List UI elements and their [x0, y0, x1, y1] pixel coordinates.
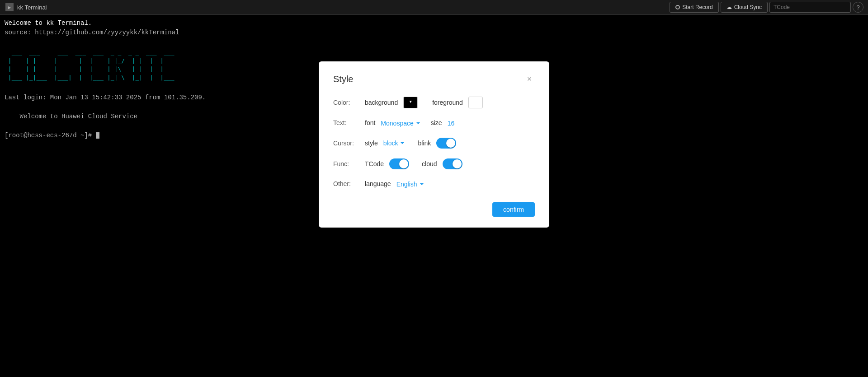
tcode-func-label: TCode — [365, 159, 384, 169]
modal-overlay: Style × Color: background ▼ foreground — [0, 30, 868, 377]
swatch-chevron: ▼ — [409, 99, 411, 106]
logo-icon: ▶ — [8, 5, 11, 10]
func-row-content: TCode cloud — [365, 158, 535, 169]
font-label: font — [365, 118, 375, 128]
language-value: English — [396, 181, 417, 188]
color-row-label: Color: — [333, 98, 365, 107]
text-row-label: Text: — [333, 118, 365, 128]
cloud-func-label: cloud — [422, 159, 437, 169]
cloud-icon: ☁ — [726, 4, 732, 10]
help-button[interactable]: ? — [853, 2, 863, 13]
background-label: background — [365, 98, 398, 107]
foreground-color-swatch[interactable] — [468, 97, 483, 108]
language-dropdown[interactable]: English — [396, 181, 425, 188]
font-dropdown[interactable]: Monospace — [381, 120, 420, 127]
cursor-style-value: block — [383, 140, 398, 147]
tcode-input[interactable] — [769, 2, 851, 13]
cloud-sync-button[interactable]: ☁ Cloud Sync — [721, 2, 768, 13]
start-record-button[interactable]: Start Record — [670, 2, 718, 13]
chevron-down-icon — [419, 182, 425, 187]
chevron-down-icon — [415, 121, 421, 126]
size-dropdown[interactable]: 16 — [448, 120, 457, 127]
style-dialog: Style × Color: background ▼ foreground — [319, 61, 549, 228]
func-row: Func: TCode cloud — [333, 158, 535, 169]
color-row-content: background ▼ foreground — [365, 97, 535, 108]
help-icon: ? — [856, 4, 859, 11]
func-row-label: Func: — [333, 159, 365, 169]
cloud-toggle[interactable] — [443, 158, 462, 169]
style-label: style — [365, 139, 378, 148]
app-title: kk Terminal — [17, 4, 47, 11]
cursor-row: Cursor: style block blink — [333, 138, 535, 149]
size-value: 16 — [448, 120, 455, 127]
cloud-sync-label: Cloud Sync — [734, 4, 762, 10]
background-color-swatch[interactable]: ▼ — [403, 97, 418, 108]
chevron-down-icon — [400, 140, 405, 146]
color-row: Color: background ▼ foreground — [333, 97, 535, 108]
other-row-label: Other: — [333, 179, 365, 189]
font-value: Monospace — [381, 120, 413, 127]
tcode-toggle[interactable] — [389, 158, 409, 169]
cursor-row-label: Cursor: — [333, 139, 365, 148]
dialog-header: Style × — [333, 72, 535, 86]
size-label: size — [431, 118, 442, 128]
foreground-label: foreground — [432, 98, 463, 107]
other-row-content: language English — [365, 179, 535, 189]
close-icon: × — [527, 74, 532, 84]
blink-toggle[interactable] — [436, 138, 456, 149]
titlebar-actions: Start Record ☁ Cloud Sync ? — [670, 0, 863, 14]
blink-label: blink — [418, 139, 431, 148]
record-icon — [675, 5, 680, 9]
language-label: language — [365, 179, 391, 189]
cursor-row-content: style block blink — [365, 138, 535, 149]
dialog-close-button[interactable]: × — [524, 74, 535, 84]
dialog-title: Style — [333, 72, 353, 86]
titlebar: ▶ kk Terminal Start Record ☁ Cloud Sync … — [0, 0, 868, 15]
app-logo: ▶ — [5, 3, 14, 11]
text-row-content: font Monospace size 16 — [365, 118, 535, 128]
confirm-button[interactable]: confirm — [492, 202, 535, 217]
terminal-line: Welcome to kk Terminal. — [5, 19, 863, 28]
text-row: Text: font Monospace size 16 — [333, 118, 535, 128]
terminal[interactable]: Welcome to kk Terminal. source: https://… — [0, 15, 868, 377]
cursor-style-dropdown[interactable]: block — [383, 140, 406, 147]
start-record-label: Start Record — [682, 4, 712, 10]
other-row: Other: language English — [333, 179, 535, 189]
